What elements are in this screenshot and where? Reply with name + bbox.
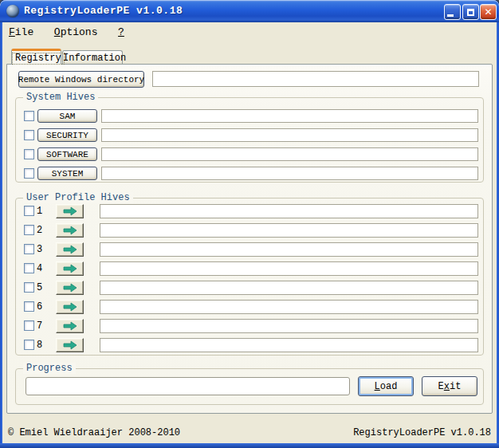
user-hive-2-path-field[interactable] [100,223,478,238]
sam-path-field[interactable] [101,109,478,123]
user-hive-3-browse-button[interactable] [56,242,84,257]
software-button[interactable]: SOFTWARE [37,147,97,161]
user-hive-5-browse-button[interactable] [56,281,84,295]
user-hive-4-checkbox[interactable] [24,263,34,273]
right-arrow-icon [62,206,78,216]
user-hive-2-number: 2 [37,225,42,236]
right-arrow-icon [62,264,78,273]
system-checkbox[interactable] [24,168,34,179]
user-hive-5-checkbox[interactable] [24,282,34,293]
user-hive-3-path-field[interactable] [100,242,478,257]
user-hive-7-browse-button[interactable] [56,319,84,333]
menu-options[interactable]: Options [48,24,104,40]
security-path-field[interactable] [101,128,478,142]
user-hive-3-checkbox[interactable] [24,244,34,254]
exit-button[interactable]: Exit [422,376,477,396]
copyright-text: © Emiel Wieldraaijer 2008-2010 [8,427,180,438]
user-hive-4-browse-button[interactable] [56,261,84,276]
minimize-button[interactable] [444,4,461,20]
software-checkbox[interactable] [24,149,34,159]
right-arrow-icon [62,283,78,293]
user-hive-7-checkbox[interactable] [24,320,34,331]
user-hive-2-checkbox[interactable] [24,225,34,235]
user-profile-hives-group: User Profile Hives 1 2 3 4 5 6 [15,198,484,356]
version-text: RegistryLoaderPE v1.0.18 [353,427,491,438]
right-arrow-icon [62,302,78,312]
menu-bar: File Options ? [2,24,497,41]
user-hive-7-path-field[interactable] [100,319,478,333]
user-hive-8-checkbox[interactable] [24,340,34,350]
user-hive-8-path-field[interactable] [100,338,478,352]
user-hive-1-path-field[interactable] [100,204,478,218]
system-hives-group: System Hives SAM SECURITY SOFTWARE SYSTE… [15,97,484,183]
sam-checkbox[interactable] [24,111,34,121]
right-arrow-icon [62,321,78,331]
maximize-icon [467,9,474,16]
remote-windows-directory-field[interactable] [152,71,479,87]
window-border-left [0,22,2,443]
user-hive-1-browse-button[interactable] [56,204,84,218]
system-button[interactable]: SYSTEM [37,167,97,180]
app-globe-icon [6,5,19,18]
user-hive-1-checkbox[interactable] [24,206,34,216]
load-button[interactable]: Load [358,376,414,396]
user-hive-2-browse-button[interactable] [56,223,84,238]
user-hive-6-checkbox[interactable] [24,301,34,312]
progress-group: Progress Load Exit [15,368,484,405]
right-arrow-icon [62,245,78,254]
right-arrow-icon [62,226,78,235]
close-icon: ✕ [484,7,492,17]
system-hives-label: System Hives [23,92,98,103]
user-profile-hives-label: User Profile Hives [23,192,133,203]
window-title: RegistryLoaderPE v1.0.18 [24,5,183,17]
tab-registry-label: Registry [12,53,65,65]
close-button[interactable]: ✕ [480,4,497,20]
system-path-field[interactable] [101,167,478,180]
remote-windows-directory-button[interactable]: Remote Windows directory [18,71,144,88]
security-checkbox[interactable] [24,130,34,140]
progress-bar [26,377,350,395]
app-window: RegistryLoaderPE v1.0.18 ✕ File Options … [0,0,499,448]
window-border-bottom [0,443,499,448]
right-arrow-icon [62,340,78,350]
user-hive-4-number: 4 [37,263,42,274]
registry-tab-page: Remote Windows directory System Hives SA… [6,64,493,414]
user-hive-4-path-field[interactable] [100,261,478,276]
user-hive-6-number: 6 [37,301,42,312]
tab-information-label: Information [63,53,126,64]
user-hive-3-number: 3 [37,244,42,255]
user-hive-6-path-field[interactable] [100,300,478,314]
titlebar[interactable]: RegistryLoaderPE v1.0.18 ✕ [0,0,499,22]
user-hive-6-browse-button[interactable] [56,300,84,314]
maximize-button[interactable] [462,4,479,20]
tab-information[interactable]: Information [62,50,123,64]
user-hive-8-browse-button[interactable] [56,338,84,352]
minimize-icon [447,14,454,17]
menu-help[interactable]: ? [112,24,131,40]
user-hive-1-number: 1 [37,206,42,217]
user-hive-7-number: 7 [37,320,42,332]
sam-button[interactable]: SAM [37,109,97,123]
user-hive-5-number: 5 [37,282,42,293]
tab-registry[interactable]: Registry [11,49,61,65]
progress-label: Progress [23,363,76,374]
user-hive-8-number: 8 [37,340,42,351]
menu-file[interactable]: File [2,24,40,40]
security-button[interactable]: SECURITY [37,128,97,142]
software-path-field[interactable] [101,147,478,161]
user-hive-5-path-field[interactable] [100,281,478,295]
